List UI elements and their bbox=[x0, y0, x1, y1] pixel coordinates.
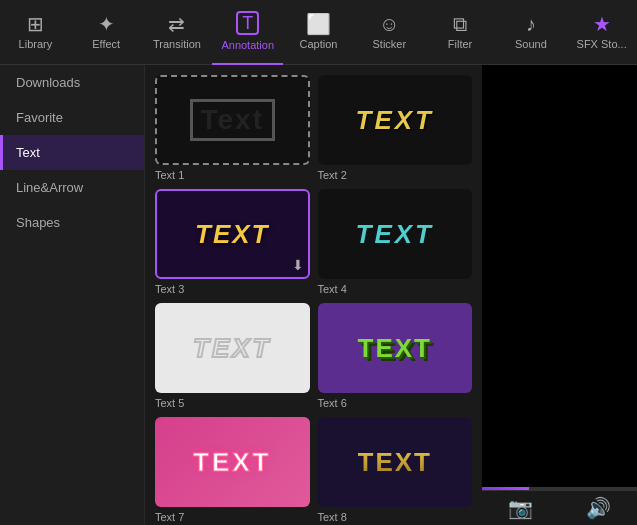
transition-icon: ⇄ bbox=[168, 14, 185, 34]
text-label-3: Text 3 bbox=[155, 283, 310, 295]
text-label-6: Text 6 bbox=[318, 397, 473, 409]
nav-item-transition[interactable]: ⇄ Transition bbox=[142, 0, 213, 65]
nav-item-effect[interactable]: ✦ Effect bbox=[71, 0, 142, 65]
nav-item-sfxstore[interactable]: ★ SFX Sto... bbox=[566, 0, 637, 65]
text-item-8: TEXT Text 8 bbox=[318, 417, 473, 523]
sidebar-item-downloads[interactable]: Downloads bbox=[0, 65, 144, 100]
text-thumb-4[interactable]: TEXT bbox=[318, 189, 473, 279]
filter-icon: ⧉ bbox=[453, 14, 467, 34]
sticker-icon: ☺ bbox=[379, 14, 399, 34]
text-thumb-7[interactable]: TEXT bbox=[155, 417, 310, 507]
text-thumb-8[interactable]: TEXT bbox=[318, 417, 473, 507]
text-preview-2: TEXT bbox=[356, 105, 434, 136]
nav-label-transition: Transition bbox=[153, 38, 201, 50]
sidebar: Downloads Favorite Text Line&Arrow Shape… bbox=[0, 65, 145, 525]
text-thumb-2[interactable]: TEXT bbox=[318, 75, 473, 165]
text-thumb-3[interactable]: TEXT ⬇ bbox=[155, 189, 310, 279]
text-preview-1: Text bbox=[190, 99, 276, 141]
text-item-4: TEXT Text 4 bbox=[318, 189, 473, 295]
text-item-1: Text Text 1 bbox=[155, 75, 310, 181]
right-preview-panel: 📷 🔊 bbox=[482, 65, 637, 525]
sfxstore-icon: ★ bbox=[593, 14, 611, 34]
nav-label-sticker: Sticker bbox=[372, 38, 406, 50]
sound-icon: ♪ bbox=[526, 14, 536, 34]
bottom-controls: 📷 🔊 bbox=[482, 490, 637, 525]
nav-label-sfxstore: SFX Sto... bbox=[577, 38, 627, 50]
nav-label-sound: Sound bbox=[515, 38, 547, 50]
video-preview bbox=[482, 65, 637, 487]
text-label-1: Text 1 bbox=[155, 169, 310, 181]
top-navigation: ⊞ Library ✦ Effect ⇄ Transition T Annota… bbox=[0, 0, 637, 65]
nav-label-filter: Filter bbox=[448, 38, 472, 50]
nav-item-filter[interactable]: ⧉ Filter bbox=[425, 0, 496, 65]
text-thumb-6[interactable]: TEXT bbox=[318, 303, 473, 393]
library-icon: ⊞ bbox=[27, 14, 44, 34]
nav-item-sound[interactable]: ♪ Sound bbox=[495, 0, 566, 65]
text-grid: Text Text 1 TEXT Text 2 TEXT ⬇ Text 3 bbox=[155, 75, 472, 523]
text-preview-5: TEXT bbox=[193, 333, 271, 364]
text-item-7: TEXT Text 7 bbox=[155, 417, 310, 523]
text-label-5: Text 5 bbox=[155, 397, 310, 409]
text-label-8: Text 8 bbox=[318, 511, 473, 523]
text-preview-4: TEXT bbox=[356, 219, 434, 250]
progress-fill bbox=[482, 487, 529, 490]
text-item-5: TEXT Text 5 bbox=[155, 303, 310, 409]
sidebar-item-linearrow[interactable]: Line&Arrow bbox=[0, 170, 144, 205]
text-item-6: TEXT Text 6 bbox=[318, 303, 473, 409]
sidebar-item-favorite[interactable]: Favorite bbox=[0, 100, 144, 135]
text-label-4: Text 4 bbox=[318, 283, 473, 295]
nav-item-sticker[interactable]: ☺ Sticker bbox=[354, 0, 425, 65]
nav-label-caption: Caption bbox=[300, 38, 338, 50]
annotation-icon: T bbox=[236, 11, 259, 35]
nav-item-annotation[interactable]: T Annotation bbox=[212, 0, 283, 65]
nav-label-annotation: Annotation bbox=[221, 39, 274, 51]
sidebar-item-shapes[interactable]: Shapes bbox=[0, 205, 144, 240]
text-thumb-1[interactable]: Text bbox=[155, 75, 310, 165]
nav-label-effect: Effect bbox=[92, 38, 120, 50]
text-item-2: TEXT Text 2 bbox=[318, 75, 473, 181]
effect-icon: ✦ bbox=[98, 14, 115, 34]
nav-label-library: Library bbox=[19, 38, 53, 50]
text-thumb-5[interactable]: TEXT bbox=[155, 303, 310, 393]
text-label-2: Text 2 bbox=[318, 169, 473, 181]
text-item-3: TEXT ⬇ Text 3 bbox=[155, 189, 310, 295]
speaker-icon[interactable]: 🔊 bbox=[586, 496, 611, 520]
main-area: Downloads Favorite Text Line&Arrow Shape… bbox=[0, 65, 637, 525]
text-grid-panel: Text Text 1 TEXT Text 2 TEXT ⬇ Text 3 bbox=[145, 65, 482, 525]
text-preview-3: TEXT bbox=[195, 219, 269, 250]
nav-item-library[interactable]: ⊞ Library bbox=[0, 0, 71, 65]
download-icon: ⬇ bbox=[292, 257, 304, 273]
progress-bar[interactable] bbox=[482, 487, 637, 490]
nav-item-caption[interactable]: ⬜ Caption bbox=[283, 0, 354, 65]
caption-icon: ⬜ bbox=[306, 14, 331, 34]
sidebar-item-text[interactable]: Text bbox=[0, 135, 144, 170]
text-label-7: Text 7 bbox=[155, 511, 310, 523]
text-preview-8: TEXT bbox=[358, 447, 432, 478]
camera-icon[interactable]: 📷 bbox=[508, 496, 533, 520]
text-preview-7: TEXT bbox=[193, 447, 271, 478]
text-preview-6: TEXT bbox=[358, 333, 432, 364]
